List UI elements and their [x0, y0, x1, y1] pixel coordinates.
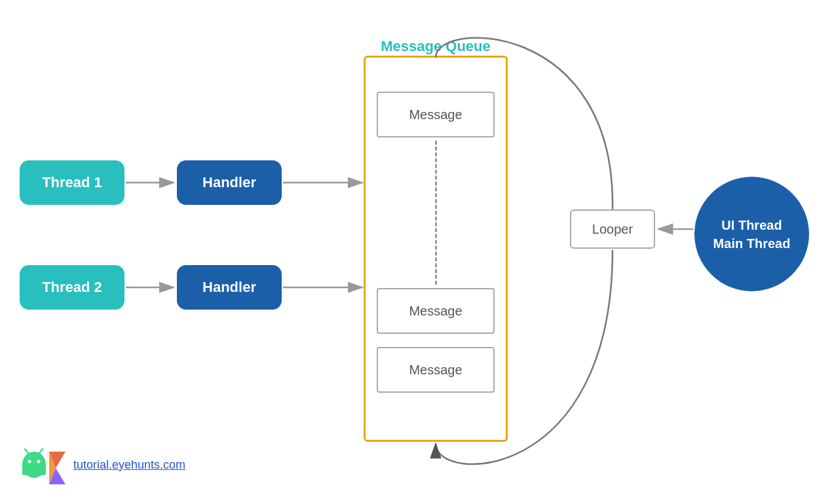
message-box-2: Message — [377, 288, 495, 334]
thread1-label: Thread 1 — [42, 174, 102, 191]
logo-icon — [20, 445, 66, 484]
thread2-box: Thread 2 — [20, 265, 124, 310]
message1-label: Message — [409, 107, 462, 122]
ui-thread-circle: UI Thread Main Thread — [694, 177, 809, 291]
svg-line-4 — [25, 449, 28, 453]
handler2-box: Handler — [177, 265, 282, 310]
looper-label: Looper — [592, 222, 633, 237]
ui-thread-label: UI Thread Main Thread — [713, 216, 791, 253]
dashed-line — [435, 141, 437, 285]
svg-point-7 — [37, 460, 41, 463]
message2-label: Message — [409, 304, 462, 319]
svg-rect-3 — [22, 463, 46, 475]
message3-label: Message — [409, 363, 462, 378]
handler1-box: Handler — [177, 160, 282, 205]
handler2-label: Handler — [202, 279, 256, 296]
thread2-label: Thread 2 — [42, 279, 102, 296]
logo-area: tutorial.eyehunts.com — [20, 445, 185, 484]
thread1-box: Thread 1 — [20, 160, 124, 205]
message-box-3: Message — [377, 347, 495, 393]
message-queue-label: Message Queue — [364, 38, 508, 55]
svg-point-6 — [28, 460, 31, 463]
website-link[interactable]: tutorial.eyehunts.com — [73, 458, 185, 472]
diagram-container: Thread 1 Thread 2 Handler Handler Messag… — [0, 0, 832, 504]
looper-box: Looper — [570, 209, 655, 249]
handler1-label: Handler — [202, 174, 256, 191]
svg-line-5 — [39, 449, 43, 453]
message-box-1: Message — [377, 92, 495, 137]
